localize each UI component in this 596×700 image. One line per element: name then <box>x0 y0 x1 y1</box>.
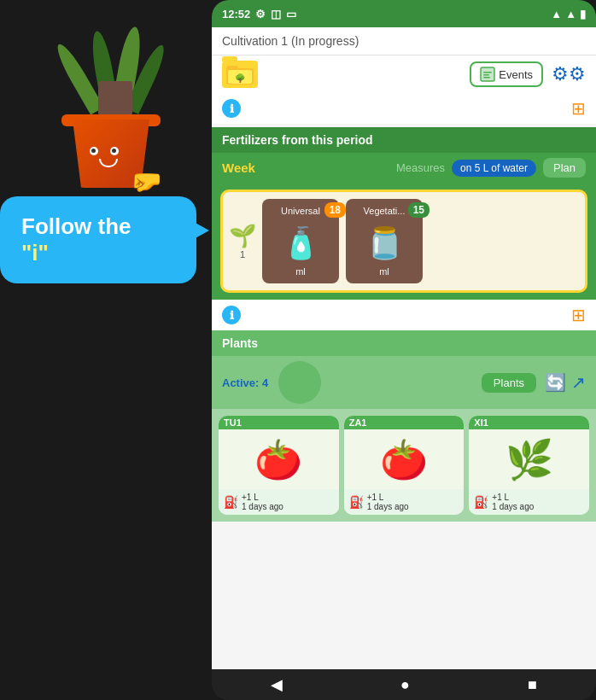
fertilizer-name-vegeta: Vegetati... <box>364 206 406 216</box>
events-button[interactable]: Events <box>470 61 543 87</box>
water-badge: on 5 L of water <box>452 160 536 177</box>
fertilizer-name-universal: Universal <box>281 206 320 216</box>
events-label: Events <box>499 68 533 81</box>
info-icon[interactable]: ℹ <box>222 99 241 118</box>
svg-rect-7 <box>483 77 490 79</box>
table-view-icon[interactable]: ⊞ <box>571 98 586 119</box>
battery-icon: ▭ <box>286 8 296 20</box>
alarm-icon: ◫ <box>271 8 281 20</box>
plan-button[interactable]: Plan <box>543 158 586 178</box>
fertilizer-bottle-universal: 🧴 <box>279 219 322 266</box>
fertilizer-card-container: 🌱 1 Universal 🧴 18 ml Vegetati... <box>212 183 596 300</box>
plant-footer-xi1: ⛽ +1 L 1 days ago <box>469 489 589 515</box>
speech-bubble: Follow the "i" <box>0 196 196 283</box>
fertilizer-bottle-vegeta: 🫙 <box>363 219 406 266</box>
nav-home-button[interactable]: ● <box>387 673 424 697</box>
info-table-row-2: ℹ ⊞ <box>212 300 596 330</box>
water-time-za1: 1 days ago <box>367 502 409 511</box>
status-time: 12:52 <box>222 8 250 20</box>
signal-icon: ▲ <box>565 8 576 20</box>
plant-code-tu1: TU1 <box>219 416 339 429</box>
pump-icon-za1: ⛽ <box>349 495 364 509</box>
svg-text:🌳: 🌳 <box>235 73 246 84</box>
plant-image-xi1: 🌿 <box>469 429 589 489</box>
amount-badge-vegeta: 15 <box>408 202 429 218</box>
amount-badge-universal: 18 <box>324 202 346 218</box>
svg-rect-6 <box>483 74 489 76</box>
character-panel: 🤜 Follow the "i" <box>0 0 222 700</box>
battery-full-icon: ▮ <box>580 8 586 20</box>
water-time-tu1: 1 days ago <box>242 502 283 511</box>
info-table-row: ℹ ⊞ <box>212 93 596 124</box>
plant-footer-za1: ⛽ +1 L 1 days ago <box>344 489 465 515</box>
ml-label-vegeta: ml <box>379 266 389 277</box>
fertilizers-section: Fertilizers from this period <box>212 127 596 153</box>
seedling-icon: 🌱 1 <box>230 223 255 260</box>
pointing-hand: 🤜 <box>131 166 162 196</box>
fertilizer-item-universal: Universal 🧴 18 ml <box>262 199 339 283</box>
plants-controls: Active: 4 Plants 🔄 ↗ <box>212 356 596 409</box>
plant-card-za1[interactable]: ZA1 🍅 ⛽ +1 L 1 days ago <box>344 416 465 515</box>
nav-back-button[interactable]: ◀ <box>257 672 296 697</box>
wifi-icon: ▲ <box>551 8 562 20</box>
plant-card-tu1[interactable]: TU1 🍅 ⛽ +1 L 1 days ago <box>219 416 339 515</box>
plants-grid: TU1 🍅 ⛽ +1 L 1 days ago ZA1 🍅 <box>212 409 596 522</box>
water-amount-xi1: +1 L <box>492 493 534 502</box>
plant-footer-tu1: ⛽ +1 L 1 days ago <box>219 489 339 515</box>
top-bar: Cultivation 1 (In progress) <box>212 27 596 55</box>
water-time-xi1: 1 days ago <box>492 502 534 511</box>
measures-label: Measures <box>396 161 445 174</box>
plant-top <box>56 34 167 120</box>
table-view-icon-2[interactable]: ⊞ <box>571 305 586 325</box>
expand-icon[interactable]: ↗ <box>571 372 586 393</box>
week-number: 1 <box>240 249 245 260</box>
pump-icon-xi1: ⛽ <box>474 495 488 509</box>
plant-code-za1: ZA1 <box>344 416 465 429</box>
plant-code-xi1: XI1 <box>469 416 589 429</box>
settings-gear-icon[interactable]: ⚙⚙ <box>552 63 586 85</box>
fertilizers-title: Fertilizers from this period <box>222 133 373 147</box>
info-icon-2[interactable]: ℹ <box>222 306 241 324</box>
plants-button[interactable]: Plants <box>482 373 536 393</box>
plants-section-header: Plants <box>212 330 596 356</box>
phone-frame: 12:52 ⚙ ◫ ▭ ▲ ▲ ▮ Cultivation 1 (In prog… <box>212 0 596 700</box>
ml-label-universal: ml <box>295 266 306 277</box>
pot-eye-right <box>110 147 119 155</box>
plant-image-za1: 🍅 <box>344 429 465 489</box>
bubble-line1: Follow the <box>21 213 175 240</box>
fertilizer-card: 🌱 1 Universal 🧴 18 ml Vegetati... <box>220 190 587 293</box>
fertilizer-item-vegeta: Vegetati... 🫙 15 ml <box>346 199 423 283</box>
refresh-icon[interactable]: 🔄 <box>545 372 566 393</box>
nav-recent-button[interactable]: ■ <box>514 673 551 697</box>
plant-card-xi1[interactable]: XI1 🌿 ⛽ +1 L 1 days ago <box>469 416 589 515</box>
folder-button[interactable]: 🌳 <box>222 61 258 88</box>
week-label: Week <box>222 160 255 175</box>
bubble-line2: "i" <box>21 240 175 266</box>
status-bar: 12:52 ⚙ ◫ ▭ ▲ ▲ ▮ <box>212 0 596 27</box>
fertilizer-controls: Week Measures on 5 L of water Plan <box>212 153 596 183</box>
mascot: 🤜 <box>43 17 179 188</box>
nav-bar: ◀ ● ■ <box>212 669 596 700</box>
events-icon <box>480 67 495 82</box>
settings-icon: ⚙ <box>255 8 266 20</box>
active-label: Active: 4 <box>222 376 268 389</box>
active-plant-circle <box>278 361 321 404</box>
folder-row: 🌳 Events ⚙⚙ <box>212 55 596 93</box>
pot-eye-left <box>90 147 98 155</box>
svg-rect-5 <box>483 72 492 73</box>
plants-title: Plants <box>222 336 258 350</box>
water-amount-za1: +1 L <box>367 493 409 502</box>
page-title: Cultivation 1 (In progress) <box>222 34 359 48</box>
plant-image-tu1: 🍅 <box>219 429 339 489</box>
water-amount-tu1: +1 L <box>242 493 283 502</box>
pump-icon-tu1: ⛽ <box>224 495 238 509</box>
